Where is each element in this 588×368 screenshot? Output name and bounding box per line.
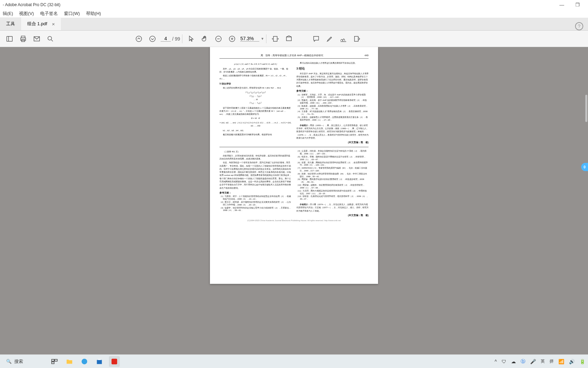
help-icon[interactable]: ? xyxy=(575,22,583,30)
tab-close-button[interactable]: × xyxy=(52,21,55,27)
pointer-tool-icon[interactable] xyxy=(184,32,198,46)
zoom-in-icon[interactable] xyxy=(225,32,239,46)
column-left: yi (u) = { 0, u≤0.7; 5u−3.5, 0.7<u≤0.9; … xyxy=(219,61,292,144)
svg-rect-0 xyxy=(7,36,13,41)
tray-mic-icon[interactable]: 🎤 xyxy=(530,359,536,364)
comment-icon[interactable] xyxy=(309,32,323,46)
acrobat-taskbar-icon[interactable] xyxy=(109,356,120,367)
window-titlebar: - Adobe Acrobat Pro DC (32-bit) — ❐ xyxy=(0,0,588,10)
search-placeholder: 搜索 xyxy=(14,358,23,365)
section-3-heading: 3 结论 xyxy=(296,66,369,71)
column-right: 果可以找出高校创新人才培养运行效果的薄弱环节并加以完善。 3 结论 本文基于 A… xyxy=(296,61,369,144)
svg-rect-28 xyxy=(112,358,117,364)
file-explorer-icon[interactable] xyxy=(64,356,75,367)
print-icon[interactable] xyxy=(16,32,30,46)
edge-icon[interactable] xyxy=(79,356,90,367)
hand-tool-icon[interactable] xyxy=(198,32,212,46)
svg-rect-21 xyxy=(355,36,358,41)
floating-badge[interactable]: 0 xyxy=(581,163,588,171)
window-title: - Adobe Acrobat Pro DC (32-bit) xyxy=(3,2,60,7)
menu-bar: 辑(E) 视图(V) 电子签名 窗口(W) 帮助(H) xyxy=(0,10,588,18)
page-total-label: / 99 xyxy=(172,36,180,42)
highlight-icon[interactable] xyxy=(323,32,337,46)
mail-icon[interactable] xyxy=(30,32,44,46)
editor-credit-top: (本文责编：熊 俊) xyxy=(296,141,369,144)
menu-window[interactable]: 窗口(W) xyxy=(64,11,80,17)
cnki-footer: (C)1994-2023 China Academic Journal Elec… xyxy=(219,219,369,222)
tray-wifi-icon[interactable]: 📶 xyxy=(558,359,564,364)
zoom-dropdown-icon[interactable]: ▼ xyxy=(261,37,264,41)
svg-point-25 xyxy=(82,358,87,364)
task-view-icon[interactable] xyxy=(49,356,60,367)
maximize-button[interactable]: ❐ xyxy=(570,0,585,10)
svg-point-8 xyxy=(136,36,142,42)
menu-edit[interactable]: 辑(E) xyxy=(3,11,13,17)
editor-credit-bottom: (本文责编：熊 俊) xyxy=(296,214,369,217)
running-head-title: 周 强等：高等学校创新人才培养 AHP—模糊综合评价研究 xyxy=(261,54,323,58)
document-viewer[interactable]: 周 强等：高等学校创新人才培养 AHP—模糊综合评价研究 449 yi (u) … xyxy=(0,47,588,354)
zoom-level-input[interactable] xyxy=(240,36,259,42)
svg-rect-27 xyxy=(98,359,100,360)
svg-marker-10 xyxy=(190,36,193,41)
system-tray: ^ 🛡 ☁ ⓑ 🎤 英 拼 📶 🔊 🔋 xyxy=(494,358,585,365)
references-heading-top: 参考文献： xyxy=(296,89,369,93)
section-divider xyxy=(219,147,369,147)
minimize-button[interactable]: — xyxy=(554,0,570,10)
formula-membership: yi (u) = { 0, u≤0.7; 5u−3.5, 0.7<u≤0.9; … xyxy=(219,63,292,66)
page-number-input[interactable] xyxy=(161,36,171,42)
svg-rect-24 xyxy=(52,362,54,364)
page-up-icon[interactable] xyxy=(132,32,146,46)
page-down-icon[interactable] xyxy=(146,32,159,46)
search-zoom-icon[interactable] xyxy=(44,32,57,46)
svg-rect-23 xyxy=(55,359,57,361)
tab-bar: 工具 组合 1.pdf × ? xyxy=(0,18,588,31)
tab-document-label: 组合 1.pdf xyxy=(27,21,47,27)
svg-rect-2 xyxy=(21,36,25,38)
more-tools-icon[interactable] xyxy=(350,32,364,46)
tray-volume-icon[interactable]: 🔊 xyxy=(569,359,575,364)
svg-rect-26 xyxy=(97,360,102,364)
tray-bluetooth-icon[interactable]: ⓑ xyxy=(521,358,525,365)
scrollbar-thumb[interactable] xyxy=(585,95,587,122)
svg-line-7 xyxy=(51,40,53,41)
windows-taskbar: 🔍 搜索 ^ 🛡 ☁ ⓑ 🎤 英 拼 📶 🔊 🔋 xyxy=(0,354,588,368)
menu-help[interactable]: 帮助(H) xyxy=(86,11,101,17)
pdf-page: 周 强等：高等学校创新人才培养 AHP—模糊综合评价研究 449 yi (u) … xyxy=(210,47,378,284)
tray-ime-input[interactable]: 拼 xyxy=(550,358,554,364)
column-bottom-right: ［4］公茂显，刘红丽．支持企业隐性知识交流与转化的 IT 系统［J］．现代情报，… xyxy=(296,150,369,217)
menu-view[interactable]: 视图(V) xyxy=(19,11,34,17)
column-bottom-left: （上接第 451 页） 的处理能力，从而加速知识的发掘、转化和创新，提高知识处理… xyxy=(219,150,292,217)
zoom-out-icon[interactable] xyxy=(212,32,225,46)
references-heading-bottom-left: 参考文献： xyxy=(219,191,292,195)
sign-icon[interactable] xyxy=(337,32,350,46)
tab-document[interactable]: 组合 1.pdf × xyxy=(21,17,61,30)
svg-rect-16 xyxy=(274,36,277,41)
tray-ime-lang[interactable]: 英 xyxy=(541,358,545,364)
store-icon[interactable] xyxy=(94,356,105,367)
tray-chevron-icon[interactable]: ^ xyxy=(494,359,497,364)
taskbar-search[interactable]: 🔍 搜索 xyxy=(3,356,47,367)
tray-battery-icon[interactable]: 🔋 xyxy=(579,359,585,364)
svg-rect-17 xyxy=(287,37,292,41)
svg-rect-22 xyxy=(52,359,54,361)
search-icon: 🔍 xyxy=(6,359,12,364)
tab-tools[interactable]: 工具 xyxy=(0,17,21,30)
menu-esign[interactable]: 电子签名 xyxy=(40,11,58,17)
svg-point-9 xyxy=(150,36,156,42)
toolbar: / 99 ▼ xyxy=(0,31,588,47)
read-mode-icon[interactable] xyxy=(282,32,296,46)
section-5-heading: 5 综合评价 xyxy=(219,82,292,86)
page-number: 449 xyxy=(364,54,369,58)
tray-shield-icon[interactable]: 🛡 xyxy=(502,359,506,364)
fit-width-icon[interactable] xyxy=(268,32,282,46)
svg-point-6 xyxy=(48,36,52,40)
tray-cloud-icon[interactable]: ☁ xyxy=(511,359,516,364)
sidebar-toggle-icon[interactable] xyxy=(3,32,16,46)
